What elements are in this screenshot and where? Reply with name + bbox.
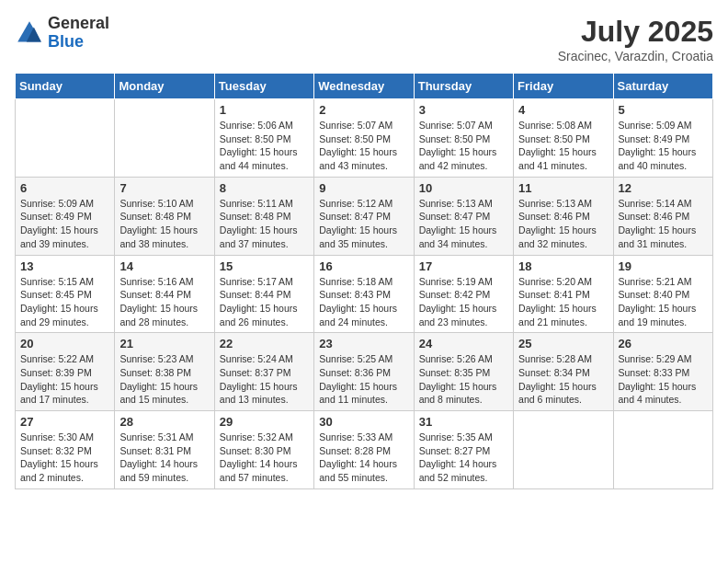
day-number: 18 <box>518 259 608 273</box>
day-content: Sunrise: 5:25 AM Sunset: 8:36 PM Dayligh… <box>319 352 408 407</box>
day-number: 26 <box>619 337 708 350</box>
day-content: Sunrise: 5:09 AM Sunset: 8:49 PM Dayligh… <box>20 197 109 251</box>
day-number: 6 <box>20 181 109 195</box>
month-year: July 2025 <box>558 15 713 49</box>
calendar-header-wednesday: Wednesday <box>314 74 414 99</box>
calendar-cell: 31Sunrise: 5:35 AM Sunset: 8:27 PM Dayli… <box>414 411 513 489</box>
calendar-header-row: SundayMondayTuesdayWednesdayThursdayFrid… <box>16 74 713 99</box>
calendar-cell: 29Sunrise: 5:32 AM Sunset: 8:30 PM Dayli… <box>214 411 313 489</box>
calendar-cell: 16Sunrise: 5:18 AM Sunset: 8:43 PM Dayli… <box>314 255 414 333</box>
day-number: 14 <box>119 259 209 273</box>
calendar-cell: 22Sunrise: 5:24 AM Sunset: 8:37 PM Dayli… <box>214 333 313 411</box>
calendar-cell: 4Sunrise: 5:08 AM Sunset: 8:50 PM Daylig… <box>514 99 613 178</box>
day-number: 2 <box>319 103 408 117</box>
day-content: Sunrise: 5:28 AM Sunset: 8:34 PM Dayligh… <box>518 352 608 407</box>
calendar-cell: 9Sunrise: 5:12 AM Sunset: 8:47 PM Daylig… <box>314 177 414 255</box>
day-number: 23 <box>319 337 408 350</box>
day-content: Sunrise: 5:30 AM Sunset: 8:32 PM Dayligh… <box>20 431 109 485</box>
day-content: Sunrise: 5:13 AM Sunset: 8:47 PM Dayligh… <box>419 197 508 251</box>
calendar-cell: 1Sunrise: 5:06 AM Sunset: 8:50 PM Daylig… <box>214 99 313 178</box>
calendar-header-friday: Friday <box>514 74 613 99</box>
day-content: Sunrise: 5:07 AM Sunset: 8:50 PM Dayligh… <box>319 119 408 173</box>
calendar-week-row: 6Sunrise: 5:09 AM Sunset: 8:49 PM Daylig… <box>16 177 713 255</box>
day-content: Sunrise: 5:07 AM Sunset: 8:50 PM Dayligh… <box>419 119 508 173</box>
calendar-cell: 6Sunrise: 5:09 AM Sunset: 8:49 PM Daylig… <box>16 177 115 255</box>
day-number: 1 <box>220 103 309 117</box>
day-number: 3 <box>419 103 508 117</box>
calendar-cell: 25Sunrise: 5:28 AM Sunset: 8:34 PM Dayli… <box>514 333 613 411</box>
calendar-cell: 5Sunrise: 5:09 AM Sunset: 8:49 PM Daylig… <box>613 99 712 178</box>
day-content: Sunrise: 5:26 AM Sunset: 8:35 PM Dayligh… <box>419 352 508 407</box>
day-content: Sunrise: 5:21 AM Sunset: 8:40 PM Dayligh… <box>619 275 708 329</box>
day-number: 21 <box>119 337 209 350</box>
day-content: Sunrise: 5:08 AM Sunset: 8:50 PM Dayligh… <box>518 119 608 173</box>
day-content: Sunrise: 5:12 AM Sunset: 8:47 PM Dayligh… <box>319 197 408 251</box>
day-number: 10 <box>419 181 508 195</box>
calendar-cell: 21Sunrise: 5:23 AM Sunset: 8:38 PM Dayli… <box>115 333 214 411</box>
location: Sracinec, Varazdin, Croatia <box>558 49 713 63</box>
logo-general-text: General <box>48 14 109 32</box>
day-content: Sunrise: 5:20 AM Sunset: 8:41 PM Dayligh… <box>518 275 608 329</box>
day-content: Sunrise: 5:35 AM Sunset: 8:27 PM Dayligh… <box>419 431 508 485</box>
day-content: Sunrise: 5:09 AM Sunset: 8:49 PM Dayligh… <box>619 119 708 173</box>
day-content: Sunrise: 5:18 AM Sunset: 8:43 PM Dayligh… <box>319 275 408 329</box>
calendar-week-row: 20Sunrise: 5:22 AM Sunset: 8:39 PM Dayli… <box>16 333 713 411</box>
day-content: Sunrise: 5:16 AM Sunset: 8:44 PM Dayligh… <box>119 275 209 329</box>
calendar-cell: 15Sunrise: 5:17 AM Sunset: 8:44 PM Dayli… <box>214 255 313 333</box>
day-content: Sunrise: 5:10 AM Sunset: 8:48 PM Dayligh… <box>119 197 209 251</box>
calendar-cell <box>115 99 214 178</box>
day-content: Sunrise: 5:19 AM Sunset: 8:42 PM Dayligh… <box>419 275 508 329</box>
day-number: 29 <box>220 415 309 429</box>
calendar-cell: 19Sunrise: 5:21 AM Sunset: 8:40 PM Dayli… <box>613 255 712 333</box>
day-number: 5 <box>619 103 708 117</box>
day-content: Sunrise: 5:31 AM Sunset: 8:31 PM Dayligh… <box>119 431 209 485</box>
day-number: 11 <box>518 181 608 195</box>
day-content: Sunrise: 5:33 AM Sunset: 8:28 PM Dayligh… <box>319 431 408 485</box>
calendar-cell: 8Sunrise: 5:11 AM Sunset: 8:48 PM Daylig… <box>214 177 313 255</box>
day-number: 22 <box>220 337 309 350</box>
day-number: 16 <box>319 259 408 273</box>
day-number: 30 <box>319 415 408 429</box>
calendar-header-monday: Monday <box>115 74 214 99</box>
day-number: 7 <box>119 181 209 195</box>
day-content: Sunrise: 5:06 AM Sunset: 8:50 PM Dayligh… <box>220 119 309 173</box>
calendar-cell: 11Sunrise: 5:13 AM Sunset: 8:46 PM Dayli… <box>514 177 613 255</box>
calendar-cell <box>613 411 712 489</box>
day-number: 19 <box>619 259 708 273</box>
day-number: 17 <box>419 259 508 273</box>
day-number: 25 <box>518 337 608 350</box>
calendar-cell: 26Sunrise: 5:29 AM Sunset: 8:33 PM Dayli… <box>613 333 712 411</box>
calendar-cell <box>16 99 115 178</box>
calendar-cell: 12Sunrise: 5:14 AM Sunset: 8:46 PM Dayli… <box>613 177 712 255</box>
day-content: Sunrise: 5:32 AM Sunset: 8:30 PM Dayligh… <box>220 431 309 485</box>
day-content: Sunrise: 5:23 AM Sunset: 8:38 PM Dayligh… <box>119 352 209 407</box>
day-number: 9 <box>319 181 408 195</box>
day-number: 4 <box>518 103 608 117</box>
day-content: Sunrise: 5:24 AM Sunset: 8:37 PM Dayligh… <box>220 352 309 407</box>
day-number: 28 <box>119 415 209 429</box>
calendar-cell: 23Sunrise: 5:25 AM Sunset: 8:36 PM Dayli… <box>314 333 414 411</box>
calendar-header-tuesday: Tuesday <box>214 74 313 99</box>
page-header: General Blue July 2025 Sracinec, Varazdi… <box>15 15 713 63</box>
day-content: Sunrise: 5:15 AM Sunset: 8:45 PM Dayligh… <box>20 275 109 329</box>
calendar-cell: 20Sunrise: 5:22 AM Sunset: 8:39 PM Dayli… <box>16 333 115 411</box>
calendar-cell: 7Sunrise: 5:10 AM Sunset: 8:48 PM Daylig… <box>115 177 214 255</box>
calendar-cell: 13Sunrise: 5:15 AM Sunset: 8:45 PM Dayli… <box>16 255 115 333</box>
calendar-cell: 30Sunrise: 5:33 AM Sunset: 8:28 PM Dayli… <box>314 411 414 489</box>
calendar-cell: 2Sunrise: 5:07 AM Sunset: 8:50 PM Daylig… <box>314 99 414 178</box>
calendar-week-row: 27Sunrise: 5:30 AM Sunset: 8:32 PM Dayli… <box>16 411 713 489</box>
day-content: Sunrise: 5:11 AM Sunset: 8:48 PM Dayligh… <box>220 197 309 251</box>
calendar-cell: 24Sunrise: 5:26 AM Sunset: 8:35 PM Dayli… <box>414 333 513 411</box>
calendar-cell: 28Sunrise: 5:31 AM Sunset: 8:31 PM Dayli… <box>115 411 214 489</box>
calendar-cell: 3Sunrise: 5:07 AM Sunset: 8:50 PM Daylig… <box>414 99 513 178</box>
calendar-cell: 17Sunrise: 5:19 AM Sunset: 8:42 PM Dayli… <box>414 255 513 333</box>
calendar-header-sunday: Sunday <box>16 74 115 99</box>
day-number: 20 <box>20 337 109 350</box>
calendar-cell: 14Sunrise: 5:16 AM Sunset: 8:44 PM Dayli… <box>115 255 214 333</box>
day-number: 15 <box>220 259 309 273</box>
calendar-header-saturday: Saturday <box>613 74 712 99</box>
calendar-week-row: 1Sunrise: 5:06 AM Sunset: 8:50 PM Daylig… <box>16 99 713 178</box>
calendar-cell: 10Sunrise: 5:13 AM Sunset: 8:47 PM Dayli… <box>414 177 513 255</box>
logo-blue-text: Blue <box>48 32 84 51</box>
calendar-cell <box>514 411 613 489</box>
